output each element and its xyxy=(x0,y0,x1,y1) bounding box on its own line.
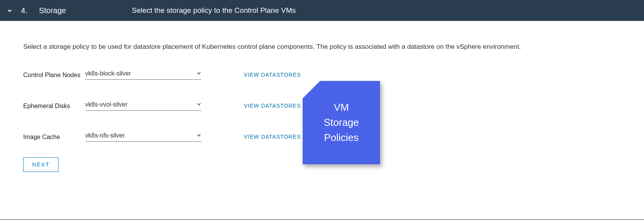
step-subtitle: Select the storage policy to the Control… xyxy=(132,6,296,15)
view-datastores-link[interactable]: VIEW DATASTORES xyxy=(244,70,301,78)
ephemeral-disks-label: Ephemeral Disks xyxy=(23,101,85,110)
chevron-down-icon xyxy=(197,70,201,77)
control-plane-nodes-row: Control Plane Nodes vk8s-block-silver VI… xyxy=(23,70,621,80)
view-datastores-link[interactable]: VIEW DATASTORES xyxy=(244,101,301,109)
next-button[interactable]: NEXT xyxy=(23,157,58,172)
ephemeral-disks-row: Ephemeral Disks vk8s-vvol-silver VIEW DA… xyxy=(23,101,621,111)
step-description: Select a storage policy to be used for d… xyxy=(23,42,621,52)
control-plane-nodes-label: Control Plane Nodes xyxy=(23,70,85,79)
ephemeral-disks-select[interactable]: vk8s-vvol-silver xyxy=(85,101,201,111)
chevron-down-icon xyxy=(197,132,201,139)
step-title: Storage xyxy=(39,6,66,15)
select-value: vk8s-vvol-silver xyxy=(85,101,127,108)
image-cache-select[interactable]: vk8s-nfs-silver xyxy=(85,132,201,142)
step-content: Select a storage policy to be used for d… xyxy=(0,21,644,184)
collapse-chevron-icon[interactable] xyxy=(7,8,12,13)
step-number: 4. xyxy=(21,6,27,15)
chevron-down-icon xyxy=(197,101,201,108)
image-cache-label: Image Cache xyxy=(23,132,85,141)
view-datastores-link[interactable]: VIEW DATASTORES xyxy=(244,132,301,140)
select-value: vk8s-nfs-silver xyxy=(85,132,125,139)
vm-storage-policies-callout: VM Storage Policies xyxy=(303,81,380,164)
wizard-step-header: 4. Storage Select the storage policy to … xyxy=(0,0,644,21)
control-plane-nodes-select[interactable]: vk8s-block-silver xyxy=(85,70,201,80)
image-cache-row: Image Cache vk8s-nfs-silver VIEW DATASTO… xyxy=(23,132,621,142)
select-value: vk8s-block-silver xyxy=(85,70,131,77)
callout-line2: Storage xyxy=(324,117,359,128)
